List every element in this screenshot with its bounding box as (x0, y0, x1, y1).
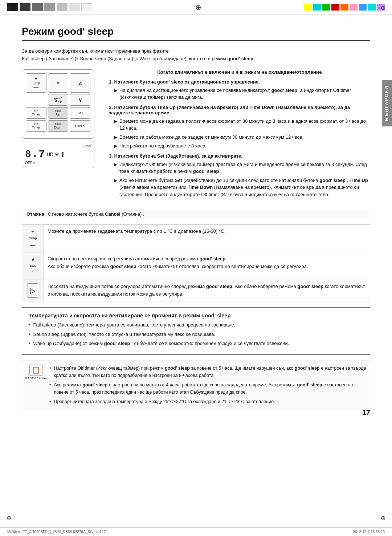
airflow-icon: ▷ (28, 283, 38, 298)
page-content: Режим good' sleep За да осигури комфорте… (0, 15, 392, 428)
remote-box: + Temp — ≡ ∧ good'sleep (22, 69, 94, 139)
icons-table-row-2: ∧ Fan ˅ Скоростта на вентилиране се регу… (22, 252, 370, 280)
remote-btn-time-up[interactable]: TimeUp (48, 107, 69, 119)
airflow-desc-cell: Посоката на въздушния поток се регулира … (44, 280, 370, 301)
temp-section: Температурата и скоростта на вентилиране… (22, 307, 370, 355)
bottom-right-text: 2012-12-7 16:35:19 (353, 530, 385, 534)
step-2-title: 2. Натиснете бутона Time Up (Увеличаване… (109, 105, 370, 115)
note-list: • Настройте Off timer (Изключващ таймер)… (49, 365, 366, 405)
reg-mark-top-left: ⊕ (7, 4, 11, 11)
reg-mark-bottom-right: ⊕ (381, 515, 385, 521)
step-2-number: 2. (109, 105, 113, 110)
step-2-bullet-1-text: Времето може да се задава в половинчасов… (119, 118, 370, 132)
color-block-orange (340, 4, 348, 11)
page-title: Режим good' sleep (22, 26, 370, 41)
fan-label-cell: Fan (26, 264, 40, 269)
compass-icon: ⊕ (195, 3, 201, 11)
bullet-dot-icon-2: • (29, 331, 30, 338)
remote-btn-cancel[interactable]: Cancel (70, 120, 90, 132)
temp-bullet-list: • Fall asleep (Заспиване): температурата… (29, 321, 363, 347)
bullet-arrow-icon: ▶ (114, 87, 117, 101)
step-1-number: 1. (109, 79, 113, 85)
fan-desc-cell: Скоростта на вентилиране се регулира авт… (44, 252, 370, 280)
note-label: ЗАБЕЛЕЖКА (25, 377, 46, 380)
color-block-blue (359, 4, 367, 11)
remote-btn-up-arrow[interactable]: ∧ (70, 73, 90, 93)
note-item-1: • Настройте Off timer (Изключващ таймер)… (49, 365, 366, 379)
color-block-3 (32, 3, 43, 11)
step-2-desc: ▶ Времето може да се задава в половинчас… (114, 118, 370, 150)
note-bullet-3-icon: • (49, 398, 51, 405)
temp-bullet-3: • Wake up (Събуждане) от режим good' sle… (29, 340, 363, 347)
note-item-2: • Ако режимът good' sleep е настроен на … (49, 381, 366, 396)
step-3-title: 3. Натиснете бутона Set (Задействане), з… (109, 153, 370, 159)
display-hr-label: HR (47, 152, 53, 157)
step-2-bullet-3: ▶ Настройката по подразбиране е 8 часа. (114, 142, 370, 150)
color-block-pink (350, 4, 358, 11)
note-item-1-text: Настройте Off timer (Изключващ таймер) п… (54, 365, 366, 379)
remote-btn-off-timer[interactable]: OffTimer (26, 120, 46, 132)
bullet-arrow-icon-6: ▶ (114, 177, 117, 198)
color-block-teal (368, 4, 376, 11)
intro-text: За да осигури комфортен сън, климатикът … (22, 48, 370, 63)
remote-btn-temp[interactable]: + Temp — (26, 73, 46, 93)
temp-bullet-1-text: Fall asleep (Заспиване): температурата с… (33, 321, 236, 329)
color-block-5 (57, 3, 68, 11)
top-bar-compass: ⊕ (92, 3, 304, 12)
step-1-bullet-1: ▶ На дисплея на дистанционното управлени… (114, 87, 370, 101)
temp-plus-icon: + (26, 228, 40, 236)
color-block-4 (44, 3, 55, 11)
instructions-col: Когато климатикът е включен и е в режим … (109, 69, 370, 202)
step-2-bullet-2: ▶ Времето за работа може да се зададе от… (114, 134, 370, 141)
display-off-icon: OFF☀ (25, 161, 36, 165)
airflow-icon-cell: ▷ (22, 280, 44, 301)
bottom-bar: Maldives ZE_AR09FSFP@_IBIM_DB68-03379A_B… (0, 527, 392, 536)
note-bullet-2-icon: • (49, 381, 51, 396)
temp-bullet-1: • Fall asleep (Заспиване): температурата… (29, 321, 363, 329)
note-content: • Настройте Off timer (Изключващ таймер)… (49, 365, 366, 407)
intro-line1: За да осигури комфортен сън, климатикът … (22, 48, 370, 55)
cancel-label: Отмяна (26, 211, 44, 217)
remote-btn-down-arrow[interactable]: ∨ (70, 94, 90, 106)
step-3: 3. Натиснете бутона Set (Задействане), з… (109, 153, 370, 198)
remote-btn-time-down[interactable]: TimeDown (48, 120, 69, 132)
section-header: Когато климатикът е включен и е в режим … (109, 69, 370, 75)
note-item-2-text: Ако режимът good' sleep е настроен на по… (54, 381, 366, 396)
top-color-bar: ⊕ (0, 0, 392, 15)
fan-icon-cell: ∧ Fan ˅ (22, 252, 44, 280)
temp-bullet-3-text: Wake up (Събуждане) от режим good' sleep… (33, 340, 289, 347)
cancel-text: Отново натиснете бутона Cancel (Отмяна) … (48, 211, 144, 217)
fan-down-icon: ˅ (26, 269, 40, 277)
display-main-row: 8.7 HR ❄ ||| (25, 149, 91, 160)
cancel-note: Отмяна Отново натиснете бутона Cancel (О… (22, 209, 370, 219)
color-blocks-right (304, 4, 385, 11)
temp-bullet-2: • Sound sleep (Здрав сън): тялото се отп… (29, 331, 363, 338)
temp-icon-cell: + Temp — (22, 225, 44, 252)
remote-btn-on-timer[interactable]: OnTimer (26, 107, 46, 119)
remote-btn-fan-arrows[interactable]: ≡ (48, 73, 69, 93)
step-1: 1. Натиснете бутона good' sleep от диста… (109, 79, 370, 101)
display-digits: 8.7 (25, 149, 45, 160)
icons-table-row-3: ▷ Посоката на въздушния поток се регулир… (22, 280, 370, 301)
icons-table: + Temp — Можете да променяте зададената … (22, 224, 370, 301)
display-cool-label: Cool (25, 144, 91, 148)
bullet-arrow-icon-5: ▶ (114, 161, 117, 175)
bottom-left-text: Maldives ZE_AR09FSFP@_IBIM_DB68-03379A_B… (7, 530, 106, 534)
page-number: 17 (362, 409, 370, 417)
temp-minus-icon: — (26, 241, 40, 249)
remote-btn-set[interactable]: Set (70, 107, 90, 119)
step-1-title: 1. Натиснете бутона good' sleep от диста… (109, 79, 370, 85)
main-section: + Temp — ≡ ∧ good'sleep (22, 69, 370, 202)
color-block-6 (69, 3, 80, 11)
bullet-arrow-icon-2: ▶ (114, 118, 117, 132)
note-item-3: • Препоръчителната зададена температура … (49, 398, 366, 405)
display-panel: Cool 8.7 HR ❄ ||| OFF☀ (22, 141, 94, 168)
fan-up-icon: ∧ (26, 255, 40, 263)
color-block-red (331, 4, 339, 11)
step-3-bullet-2-text: Ако не натиснете бутона Set (Задействане… (119, 177, 370, 198)
temp-label-cell: Temp (26, 236, 40, 241)
remote-btn-good-sleep[interactable]: good'sleep (48, 94, 69, 106)
step-2-bullet-3-text: Настройката по подразбиране е 8 часа. (119, 142, 207, 150)
note-icon: 📋 (29, 365, 42, 375)
step-3-desc: ▶ Индикаторът Off timer (Изключващ тайме… (114, 161, 370, 198)
